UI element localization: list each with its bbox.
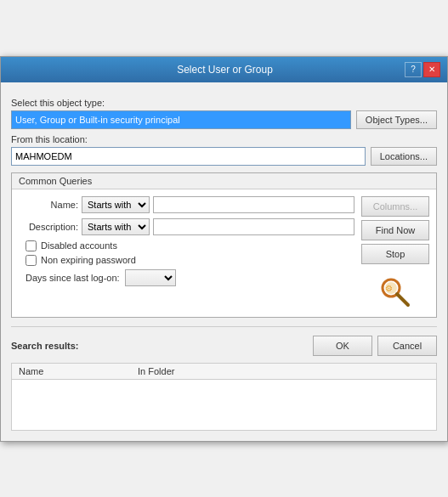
svg-line-2 [397,294,408,305]
locations-button[interactable]: Locations... [371,147,437,166]
description-field-label: Description: [19,222,78,232]
location-row: Locations... [11,147,437,166]
title-bar: Select User or Group ? ✕ [1,57,447,82]
disabled-accounts-row: Disabled accounts [19,240,354,251]
find-now-button[interactable]: Find Now [361,220,429,240]
location-label: From this location: [11,134,437,144]
description-operator-dropdown[interactable]: Starts with Ends with Is exactly Is not [82,218,150,235]
stop-button[interactable]: Stop [361,244,429,264]
title-bar-buttons: ? ✕ [405,62,440,77]
group-box-content: Name: Starts with Ends with Is exactly I… [12,189,436,317]
days-label: Days since last log-on: [26,273,120,283]
side-buttons: Columns... Find Now Stop ⚙ [361,196,429,310]
object-type-input[interactable] [11,110,351,129]
dialog-body: Select this object type: Object Types...… [1,82,447,441]
search-icon: ⚙ [377,274,413,310]
ok-cancel-row: OK Cancel [313,336,437,356]
disabled-accounts-checkbox[interactable] [26,240,37,251]
results-col-folder: In Folder [138,366,429,376]
non-expiring-checkbox[interactable] [26,255,37,266]
separator [11,326,437,327]
select-user-group-dialog: Select User or Group ? ✕ Select this obj… [0,56,448,442]
location-input[interactable] [11,147,366,166]
results-area: Name In Folder [11,363,437,431]
description-value-input[interactable] [153,218,354,235]
common-queries-group: Common Queries Name: Starts with Ends wi… [11,172,437,318]
object-types-button[interactable]: Object Types... [356,110,437,129]
cancel-button[interactable]: Cancel [377,336,437,356]
query-fields: Name: Starts with Ends with Is exactly I… [19,196,354,310]
svg-text:⚙: ⚙ [385,284,393,293]
search-icon-area: ⚙ [361,274,429,310]
common-queries-tab[interactable]: Common Queries [12,173,436,189]
description-query-row: Description: Starts with Ends with Is ex… [19,218,354,235]
results-header: Name In Folder [12,364,436,380]
search-results-label: Search results: [11,341,78,351]
close-button[interactable]: ✕ [423,62,440,77]
disabled-accounts-label: Disabled accounts [41,240,117,251]
ok-button[interactable]: OK [313,336,372,356]
name-field-label: Name: [19,200,78,210]
non-expiring-label: Non expiring password [41,255,136,265]
name-operator-dropdown[interactable]: Starts with Ends with Is exactly Is not [82,196,150,213]
name-value-input[interactable] [153,196,354,213]
name-query-row: Name: Starts with Ends with Is exactly I… [19,196,354,213]
days-dropdown[interactable]: 30 60 90 [125,269,176,286]
dialog-title: Select User or Group [45,64,405,76]
non-expiring-row: Non expiring password [19,255,354,266]
columns-button[interactable]: Columns... [361,196,429,217]
results-col-name: Name [19,366,138,376]
bottom-row: Search results: OK Cancel [11,336,437,356]
help-button[interactable]: ? [405,62,422,77]
days-since-logon-row: Days since last log-on: 30 60 90 [19,269,354,286]
object-type-row: Object Types... [11,110,437,129]
object-type-label: Select this object type: [11,98,437,108]
